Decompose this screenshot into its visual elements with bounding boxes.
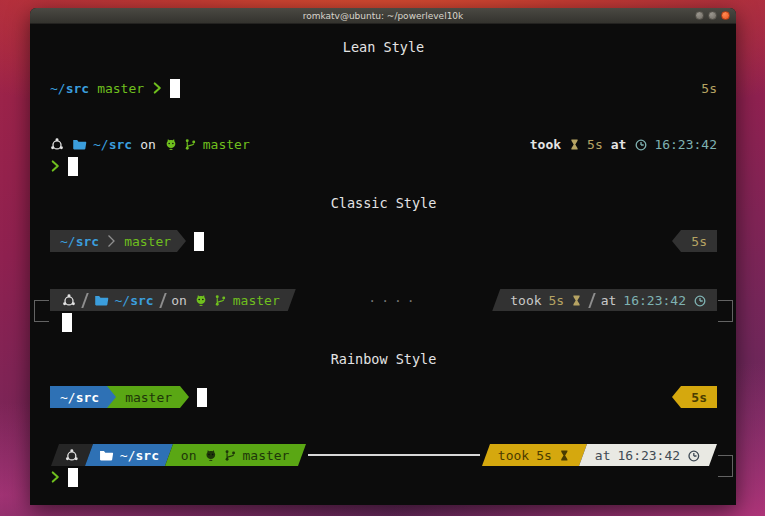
git-branch-name: master: [233, 293, 280, 308]
command-duration: 5s: [691, 390, 707, 405]
section-heading-lean: Lean Style: [50, 39, 717, 55]
prompt-chevron-icon: [152, 80, 163, 96]
current-time: 16:23:42: [623, 293, 686, 308]
at-label: at: [611, 137, 627, 152]
prompt-frame-left: [34, 300, 49, 322]
gap-filler-dots: ····: [368, 293, 419, 308]
thin-slash-separator: [588, 293, 595, 308]
current-directory: ~/src: [60, 390, 99, 405]
terminal-body[interactable]: Lean Style ~/src master 5s ~/sr: [30, 24, 736, 505]
ubuntu-os-icon: [50, 137, 64, 152]
prompt-chevron-icon: [50, 158, 61, 174]
git-branch-name: master: [243, 448, 290, 463]
git-branch-icon: [214, 293, 227, 308]
rainbow-prompt-full: ~/src on master: [50, 444, 717, 488]
command-duration: 5s: [587, 137, 603, 152]
thin-slash-separator: [159, 293, 166, 308]
took-label: took: [498, 448, 529, 463]
took-label: took: [510, 293, 541, 308]
at-label: at: [595, 448, 611, 463]
command-duration: 5s: [701, 81, 717, 96]
clock-icon: [693, 294, 707, 308]
command-duration: 5s: [536, 448, 552, 463]
terminal-cursor: [197, 388, 207, 407]
github-octocat-icon: [204, 449, 218, 463]
folder-icon: [99, 448, 114, 463]
on-label: on: [181, 448, 197, 463]
terminal-window: romkatv@ubuntu: ~/powerlevel10k Lean Sty…: [30, 8, 736, 505]
git-branch-icon: [224, 448, 237, 463]
hourglass-icon: [568, 137, 581, 152]
current-directory: ~/src: [115, 293, 154, 308]
prompt-chevron-icon: [50, 469, 61, 485]
current-directory: ~/src: [93, 137, 132, 152]
close-button[interactable]: [721, 11, 730, 20]
terminal-cursor: [194, 232, 204, 251]
minimize-button[interactable]: [695, 11, 704, 20]
current-directory: ~/src: [50, 81, 89, 96]
powerline-separator: [672, 386, 681, 408]
git-branch-name: master: [124, 234, 171, 249]
maximize-button[interactable]: [708, 11, 717, 20]
on-label: on: [171, 293, 187, 308]
git-branch-icon: [184, 137, 197, 152]
powerline-separator: [107, 386, 116, 408]
terminal-cursor: [62, 313, 72, 332]
lean-prompt-basic: ~/src master 5s: [50, 77, 717, 99]
thin-angle-separator: [107, 233, 116, 249]
command-duration: 5s: [691, 234, 707, 249]
github-octocat-icon: [194, 294, 208, 308]
terminal-cursor: [68, 468, 78, 487]
classic-prompt-basic: ~/src master 5s: [50, 230, 717, 252]
github-octocat-icon: [164, 138, 178, 152]
folder-icon: [72, 137, 87, 152]
ubuntu-os-icon: [65, 448, 79, 463]
on-label: on: [140, 137, 156, 152]
lean-prompt-full: ~/src on master took 5s at 16:23:42: [50, 133, 717, 177]
took-label: took: [530, 137, 561, 152]
rainbow-prompt-basic: ~/src master 5s: [50, 386, 717, 408]
powerline-separator: [180, 386, 189, 408]
folder-icon: [94, 293, 109, 308]
command-duration: 5s: [549, 293, 565, 308]
git-branch-name: master: [203, 137, 250, 152]
git-branch-name: master: [125, 390, 172, 405]
current-directory: ~/src: [120, 448, 159, 463]
thin-slash-separator: [81, 293, 88, 308]
prompt-frame-right: [718, 300, 733, 322]
gap-filler-line: [308, 454, 480, 456]
at-label: at: [601, 293, 617, 308]
terminal-cursor: [68, 157, 78, 176]
section-heading-rainbow: Rainbow Style: [50, 351, 717, 367]
prompt-frame-right: [718, 455, 733, 477]
current-time: 16:23:42: [617, 448, 680, 463]
window-titlebar[interactable]: romkatv@ubuntu: ~/powerlevel10k: [30, 8, 736, 24]
hourglass-icon: [570, 293, 583, 308]
clock-icon: [634, 138, 648, 152]
window-title: romkatv@ubuntu: ~/powerlevel10k: [303, 11, 464, 21]
ubuntu-os-icon: [62, 293, 76, 308]
terminal-cursor: [170, 79, 180, 98]
current-time: 16:23:42: [654, 137, 717, 152]
git-branch-name: master: [97, 81, 144, 96]
clock-icon: [687, 449, 701, 463]
powerline-separator: [177, 230, 186, 252]
classic-prompt-full: ~/src on master ···· took 5s at: [50, 289, 717, 333]
hourglass-icon: [558, 448, 571, 463]
section-heading-classic: Classic Style: [50, 195, 717, 211]
powerline-separator: [672, 230, 681, 252]
current-directory: ~/src: [60, 234, 99, 249]
window-controls: [695, 11, 730, 20]
